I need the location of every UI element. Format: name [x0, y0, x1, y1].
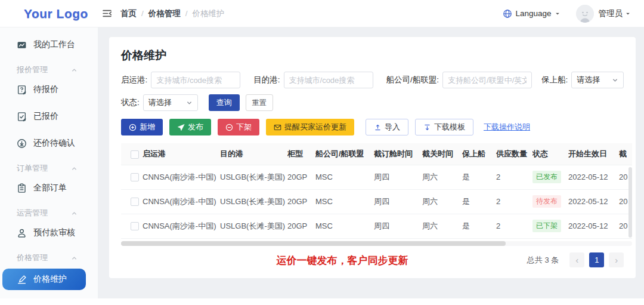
col-guaranteed: 保上船	[462, 143, 496, 165]
status-select[interactable]: 请选择	[143, 94, 198, 111]
sidebar-item-counter-offer-pending[interactable]: 还价待确认	[0, 133, 98, 153]
app-window: Your Logo 首页 / 价格管理 / 价格维护 Language	[0, 0, 644, 305]
sidebar-item-label: 全部订单	[33, 183, 67, 193]
take-down-button-label: 下架	[236, 122, 252, 133]
main-content: 价格维护 启运港: 目的港: 船公司/船联盟: 保上船: 请选择	[98, 27, 644, 298]
guaranteed-label: 保上船:	[541, 75, 568, 85]
reset-button[interactable]: 重置	[246, 94, 273, 111]
select-all-checkbox[interactable]	[131, 150, 139, 159]
brand-logo: Your Logo	[24, 7, 88, 20]
chevron-down-icon	[625, 11, 631, 17]
language-label: Language	[515, 9, 551, 18]
download-template-button[interactable]: 下载模板	[415, 119, 473, 135]
table-header-row: 启运港 目的港 柜型 船公司/船联盟 截订舱时间 截关时间 保上船 供应数量 状…	[121, 143, 632, 165]
row-checkbox[interactable]	[131, 198, 139, 206]
take-down-button[interactable]: 下架	[218, 119, 259, 135]
col-customs-cutoff: 截关时间	[422, 143, 462, 165]
import-button-label: 导入	[385, 122, 400, 133]
prev-page-button[interactable]: ‹	[569, 252, 584, 267]
sidebar-item-price-maintenance[interactable]: 价格维护	[2, 269, 86, 290]
import-button[interactable]: 导入	[366, 119, 408, 135]
status-select-value: 请选择	[148, 97, 172, 108]
col-origin: 启运港	[143, 143, 220, 165]
sidebar-section-operation-management[interactable]: 运营管理	[0, 205, 98, 221]
send-icon	[177, 124, 185, 131]
sidebar-section-quote-management[interactable]: 报价管理	[0, 61, 98, 78]
sidebar-item-label: 价格维护	[33, 274, 67, 285]
sidebar-section-order-management[interactable]: 订单管理	[0, 160, 98, 177]
logo-box: Your Logo	[0, 7, 98, 21]
cell-origin: CNNSA(南沙港-中国)	[143, 189, 220, 214]
sidebar-section-price-management[interactable]: 价格管理	[0, 249, 98, 266]
action-toolbar: 新增 发布 下架 提醒买家运	[121, 119, 624, 135]
doc-check-icon	[17, 112, 27, 122]
guaranteed-select[interactable]: 请选择	[571, 72, 624, 88]
sidebar: 我的工作台 报价管理 待报价	[0, 27, 98, 298]
origin-port-input[interactable]	[151, 72, 240, 88]
guaranteed-select-value: 请选择	[577, 75, 600, 85]
chevron-up-icon	[71, 165, 78, 172]
cell-destination: USLGB(长滩-美国)	[220, 189, 287, 214]
sidebar-item-label: 预付款审核	[33, 227, 75, 238]
carrier-input[interactable]	[442, 72, 532, 88]
total-count: 总共 3 条	[527, 255, 559, 266]
cell-destination: USLGB(长滩-美国)	[220, 165, 287, 189]
breadcrumb-price-maintenance: 价格维护	[193, 8, 225, 19]
sidebar-item-all-orders[interactable]: 全部订单	[0, 178, 98, 198]
breadcrumb-home[interactable]: 首页	[120, 8, 137, 19]
price-maintenance-card: 价格维护 启运港: 目的港: 船公司/船联盟: 保上船: 请选择	[109, 37, 636, 278]
plus-circle-icon	[129, 124, 137, 131]
col-status: 状态	[532, 143, 568, 165]
cell-start-date: 2022-05-12	[568, 165, 619, 189]
avatar[interactable]	[576, 5, 594, 23]
cell-booking-cutoff: 周四	[374, 214, 422, 238]
avatar-face-icon	[576, 5, 594, 23]
add-button[interactable]: 新增	[121, 119, 163, 135]
menu-fold-icon[interactable]	[102, 8, 112, 19]
cell-origin: CNNSA(南沙港-中国)	[143, 165, 220, 189]
row-checkbox[interactable]	[131, 222, 139, 230]
sidebar-item-quoted[interactable]: 已报价	[0, 106, 98, 127]
chevron-down-icon	[555, 11, 561, 17]
current-page-button[interactable]: 1	[589, 252, 604, 267]
edit-icon	[17, 275, 27, 285]
sidebar-item-label: 我的工作台	[33, 39, 75, 50]
language-switcher[interactable]: Language	[503, 9, 560, 19]
cell-container-type: 20GP	[287, 165, 315, 189]
chevron-up-icon	[71, 67, 78, 73]
table-row[interactable]: CNNSA(南沙港-中国) USLGB(长滩-美国) 20GP MSC 周四 周…	[121, 165, 632, 189]
breadcrumb-separator: /	[141, 9, 144, 18]
horizontal-scrollbar-thumb[interactable]	[121, 241, 506, 246]
search-button[interactable]: 查询	[209, 94, 240, 111]
sidebar-item-pending-quote[interactable]: 待报价	[0, 79, 98, 100]
cell-container-type: 20GP	[287, 189, 315, 214]
next-page-button[interactable]: ›	[609, 252, 624, 267]
add-button-label: 新增	[140, 122, 155, 133]
user-menu[interactable]: 管理员	[599, 8, 631, 19]
status-badge: 已发布	[532, 171, 561, 183]
doc-question-icon	[17, 85, 27, 95]
vertical-scrollbar[interactable]	[628, 167, 632, 238]
upload-icon	[374, 124, 382, 131]
cell-carrier: MSC	[315, 165, 374, 189]
sidebar-item-prepayment-review[interactable]: 预付款审核	[0, 223, 98, 243]
price-table: 启运港 目的港 柜型 船公司/船联盟 截订舱时间 截关时间 保上船 供应数量 状…	[121, 143, 632, 239]
sidebar-section-label: 报价管理	[17, 64, 48, 75]
user-icon	[17, 228, 27, 238]
col-booking-cutoff: 截订舱时间	[374, 143, 422, 165]
publish-button[interactable]: 发布	[169, 119, 211, 135]
download-guide-link[interactable]: 下载操作说明	[484, 122, 530, 133]
origin-port-label: 启运港:	[121, 75, 147, 85]
table-row[interactable]: CNNSA(南沙港-中国) USLGB(长滩-美国) 20GP MSC 周四 周…	[121, 189, 632, 214]
col-start-date: 开始生效日	[568, 143, 619, 165]
horizontal-scrollbar-track[interactable]	[121, 241, 632, 246]
cell-start-date: 2022-05-12	[568, 189, 619, 214]
sidebar-section-label: 价格管理	[17, 252, 48, 263]
status-badge: 已下架	[532, 220, 561, 232]
breadcrumb-price-management[interactable]: 价格管理	[148, 8, 181, 19]
sidebar-item-workbench[interactable]: 我的工作台	[0, 35, 98, 55]
remind-buyers-button[interactable]: 提醒买家运价更新	[266, 119, 354, 135]
row-checkbox[interactable]	[131, 173, 139, 181]
table-row[interactable]: CNNSA(南沙港-中国) USLGB(长滩-美国) 20GP MSC 周四 周…	[121, 214, 632, 238]
destination-port-input[interactable]	[284, 72, 373, 88]
